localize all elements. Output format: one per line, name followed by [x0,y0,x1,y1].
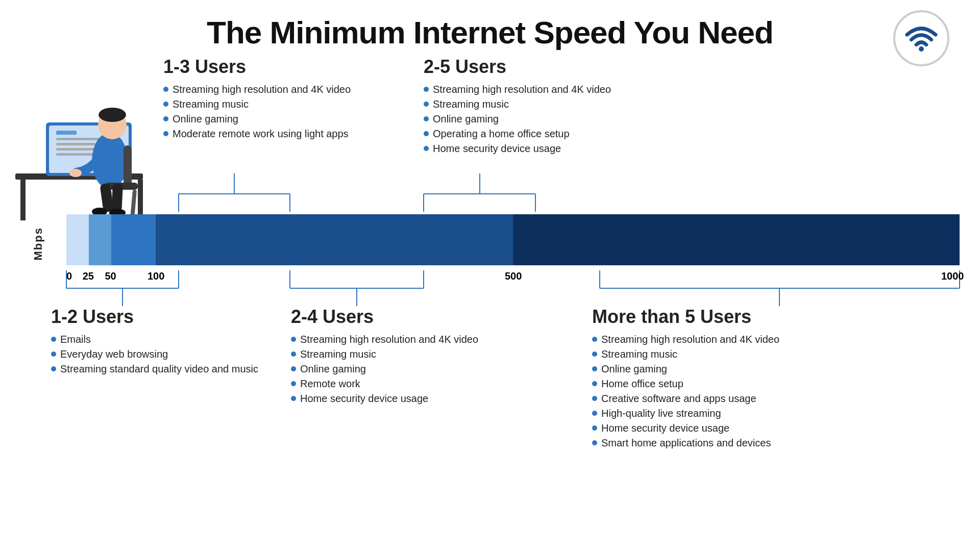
bullet-dot [424,87,429,92]
bar-100-500 [156,214,513,265]
list-item: Everyday web browsing [51,348,258,360]
list-item: Streaming standard quality video and mus… [51,363,258,375]
bullet-dot [592,366,597,371]
svg-rect-22 [20,180,26,220]
list-item: Home office setup [592,378,779,390]
bullet-dot [163,87,168,92]
bullet-dot [592,396,597,401]
svg-rect-37 [124,145,132,186]
list-item: Streaming music [424,98,611,110]
wifi-logo [893,10,949,66]
section-5plus-users-bottom: More than 5 Users Streaming high resolut… [592,306,779,452]
bullet-dot [51,337,56,342]
section-2-5-users-list: Streaming high resolution and 4K video S… [424,84,611,155]
bullet-dot [51,366,56,371]
svg-rect-40 [130,190,137,218]
tick-500: 500 [505,270,522,282]
section-2-4-users-title: 2-4 Users [291,306,478,328]
bullet-dot [163,131,168,136]
bullet-dot [592,337,597,342]
list-item: Streaming music [592,348,779,360]
list-item: Home security device usage [291,393,478,405]
list-item: Creative software and apps usage [592,393,779,405]
bullet-dot [424,131,429,136]
list-item: Online gaming [424,113,611,125]
section-2-4-users-list: Streaming high resolution and 4K video S… [291,334,478,405]
svg-point-36 [69,169,82,177]
list-item: Streaming high resolution and 4K video [424,84,611,95]
section-1-3-users-top: 1-3 Users Streaming high resolution and … [163,56,351,143]
list-item: High-quality live streaming [592,408,779,419]
section-2-5-users-top: 2-5 Users Streaming high resolution and … [424,56,611,158]
list-item: Smart home applications and devices [592,437,779,449]
bullet-dot [51,352,56,357]
bullet-dot [424,116,429,121]
section-2-4-users-bottom: 2-4 Users Streaming high resolution and … [291,306,478,408]
list-item: Streaming music [163,98,351,110]
bullet-dot [592,352,597,357]
svg-point-20 [919,46,924,52]
list-item: Streaming high resolution and 4K video [592,334,779,345]
list-item: Home security device usage [592,422,779,434]
section-1-3-users-title: 1-3 Users [163,56,351,78]
section-5plus-users-list: Streaming high resolution and 4K video S… [592,334,779,449]
section-1-2-users-title: 1-2 Users [51,306,258,328]
list-item: Home security device usage [424,143,611,155]
section-1-2-users-list: Emails Everyday web browsing Streaming s… [51,334,258,375]
svg-rect-28 [56,131,77,135]
bar-0-25 [66,214,89,265]
svg-rect-42 [111,184,123,212]
tick-100: 100 [148,270,164,282]
bar-500-1000 [513,214,960,265]
bullet-dot [592,440,597,445]
bullet-dot [291,381,296,386]
bullet-dot [163,116,168,121]
list-item: Streaming high resolution and 4K video [163,84,351,95]
list-item: Online gaming [592,363,779,375]
bullet-dot [424,146,429,151]
list-item: Emails [51,334,258,345]
list-item: Streaming high resolution and 4K video [291,334,478,345]
list-item: Online gaming [163,113,351,125]
bullet-dot [291,352,296,357]
section-1-2-users-bottom: 1-2 Users Emails Everyday web browsing S… [51,306,258,378]
svg-point-35 [99,108,126,122]
list-item: Operating a home office setup [424,128,611,140]
bar-50-100 [111,214,156,265]
bullet-dot [163,102,168,107]
list-item: Online gaming [291,363,478,375]
speed-bars [66,214,960,265]
section-2-5-users-title: 2-5 Users [424,56,611,78]
tick-25: 25 [83,270,94,282]
tick-1000: 1000 [941,270,964,282]
bullet-dot [291,337,296,342]
page-title: The Minimum Internet Speed You Need [0,0,980,51]
list-item: Streaming music [291,348,478,360]
section-5plus-users-title: More than 5 Users [592,306,779,328]
list-item: Remote work [291,378,478,390]
bullet-dot [592,425,597,431]
list-item: Moderate remote work using light apps [163,128,351,140]
person-illustration [10,61,153,224]
bullet-dot [592,411,597,416]
tick-50: 50 [105,270,116,282]
bar-25-50 [89,214,111,265]
bullet-dot [424,102,429,107]
bullet-dot [592,381,597,386]
section-1-3-users-list: Streaming high resolution and 4K video S… [163,84,351,140]
mbps-label: Mbps [32,227,45,260]
bullet-dot [291,366,296,371]
tick-0: 0 [66,270,72,282]
bullet-dot [291,396,296,401]
